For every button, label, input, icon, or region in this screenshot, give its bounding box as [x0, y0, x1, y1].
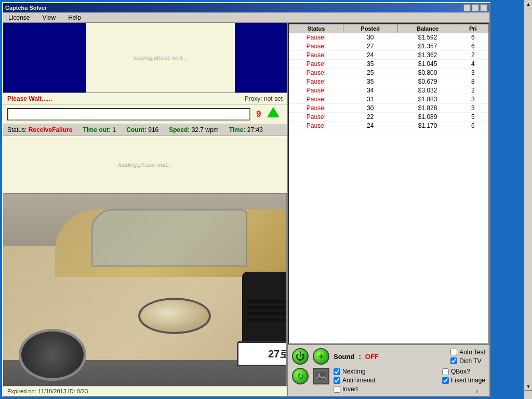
checkbox-invert: Invert [334, 385, 376, 393]
cell-pri: 3 [458, 69, 488, 77]
headlight [138, 298, 211, 334]
grill-bar-2 [247, 306, 286, 309]
grill-bar-4 [247, 318, 286, 322]
cell-balance: $1.170 [397, 122, 458, 130]
checkbox-next-img: NextImg [334, 368, 376, 375]
svg-rect-0 [316, 372, 326, 380]
cell-posted: 25 [343, 69, 397, 77]
table-row[interactable]: Pause!30$1.8283 [289, 104, 488, 113]
cell-posted: 27 [343, 42, 397, 51]
qbox-checkbox[interactable] [442, 368, 449, 375]
anti-timeout-checkbox[interactable] [334, 377, 340, 384]
auto-test-label: Auto Test [459, 349, 485, 356]
please-wait-text: Please Wait...... [7, 95, 52, 102]
svg-point-1 [318, 374, 320, 376]
col-header-balance: Balance [397, 24, 458, 33]
time-info: Time: 27:43 [229, 126, 263, 134]
invert-label: Invert [342, 385, 358, 393]
refresh-button[interactable]: ↻ [292, 368, 309, 384]
cell-balance: $1.357 [397, 42, 458, 51]
sound-label: Sound [334, 353, 354, 361]
cell-status: Pause! [289, 122, 343, 130]
grill-bar-1 [247, 300, 286, 303]
table-row[interactable]: Pause!35$1.0454 [289, 60, 488, 69]
menu-help[interactable]: Help [66, 14, 83, 22]
minimize-button[interactable]: _ [463, 4, 471, 11]
checkboxes-left: NextImg AntiTimeout Invert [334, 368, 376, 393]
col-header-posted: Posted [343, 24, 397, 33]
cell-balance: $1.828 [397, 104, 458, 113]
menu-license[interactable]: License [6, 14, 32, 22]
scroll-down-button[interactable]: ▼ [524, 382, 532, 391]
cell-pri: 2 [458, 51, 488, 60]
table-row[interactable]: Pause!27$1.3576 [289, 42, 488, 51]
status-info-bar: Status: ReceiveFailure Time out: 1 Count… [3, 124, 287, 136]
windshield [91, 209, 247, 267]
table-row[interactable]: Pause!22$1.0895 [289, 113, 488, 122]
menu-view[interactable]: View [40, 14, 58, 22]
fixed-image-checkbox[interactable] [442, 377, 449, 384]
cell-pri: 2 [458, 86, 488, 95]
cell-balance: $1.089 [397, 113, 458, 122]
sound-state: OFF [365, 353, 379, 361]
checkbox-fixed-image: Fixed Image [442, 377, 485, 384]
table-row[interactable]: Pause!35$0.6798 [289, 77, 488, 86]
cell-pri: 8 [458, 77, 488, 86]
checkbox-dich-tv: Dich TV [450, 357, 485, 365]
invert-checkbox[interactable] [334, 386, 340, 393]
proxy-text: Proxy: not set [245, 95, 283, 102]
second-image-area: loading,please wait... [3, 136, 287, 194]
add-button[interactable]: + [313, 348, 329, 365]
table-row[interactable]: Pause!25$0.8003 [289, 69, 488, 77]
next-img-label: NextImg [342, 368, 366, 375]
fixed-image-label: Fixed Image [451, 377, 485, 384]
window-scrollbar[interactable]: ▲ ▼ [524, 0, 532, 399]
cell-pri: 5 [458, 113, 488, 122]
image-button[interactable] [313, 368, 329, 384]
scroll-up-button[interactable]: ▲ [524, 0, 532, 8]
captcha-input[interactable] [7, 108, 250, 121]
checkbox-auto-test: Auto Test [450, 349, 485, 356]
table-row[interactable]: Pause!24$1.3622 [289, 51, 488, 60]
title-bar-buttons: _ □ × [463, 4, 487, 11]
next-img-checkbox[interactable] [334, 368, 340, 375]
speed-info: Speed: 32.7 wpm [169, 126, 218, 134]
dich-tv-checkbox[interactable] [450, 357, 457, 364]
cell-balance: $1.883 [397, 95, 458, 104]
dich-tv-label: Dich TV [459, 357, 481, 365]
scroll-track [524, 8, 532, 372]
maximize-button[interactable]: □ [472, 4, 479, 11]
cell-balance: $0.800 [397, 69, 458, 77]
cell-posted: 35 [343, 77, 397, 86]
image-center: loading,please wait... [86, 23, 235, 92]
cell-status: Pause! [289, 86, 343, 95]
cell-status: Pause! [289, 95, 343, 104]
cell-status: Pause! [289, 51, 343, 60]
grill-bar-3 [247, 312, 286, 315]
data-table: Status Posted Balance Pri Pause!30$1.592… [289, 24, 488, 130]
power-button[interactable]: ⏻ [292, 348, 309, 365]
sound-colon: : [358, 353, 361, 361]
image-icon [316, 372, 326, 380]
count-value: 916 [148, 126, 158, 134]
menu-bar: License View Help [3, 12, 489, 23]
cell-pri: 6 [458, 33, 488, 42]
data-table-container[interactable]: Status Posted Balance Pri Pause!30$1.592… [288, 23, 489, 344]
cell-posted: 34 [343, 86, 397, 95]
table-row[interactable]: Pause!31$1.8833 [289, 95, 488, 104]
col-header-status: Status [289, 24, 343, 33]
table-row[interactable]: Pause!34$3.0322 [289, 86, 488, 95]
auto-test-checkbox[interactable] [450, 349, 457, 355]
cell-pri: 3 [458, 95, 488, 104]
submit-button-container [267, 107, 283, 122]
anti-timeout-label: AntiTimeout [342, 377, 376, 384]
cell-pri: 4 [458, 60, 488, 69]
table-row[interactable]: Pause!30$1.5926 [289, 33, 488, 42]
time-value: 27:43 [247, 126, 263, 134]
cell-posted: 24 [343, 51, 397, 60]
table-row[interactable]: Pause!24$1.1706 [289, 122, 488, 130]
image-right-blue [235, 23, 287, 92]
submit-arrow-icon[interactable] [267, 107, 280, 117]
close-button[interactable]: × [480, 4, 487, 11]
top-image-area: loading,please wait... [3, 23, 287, 93]
